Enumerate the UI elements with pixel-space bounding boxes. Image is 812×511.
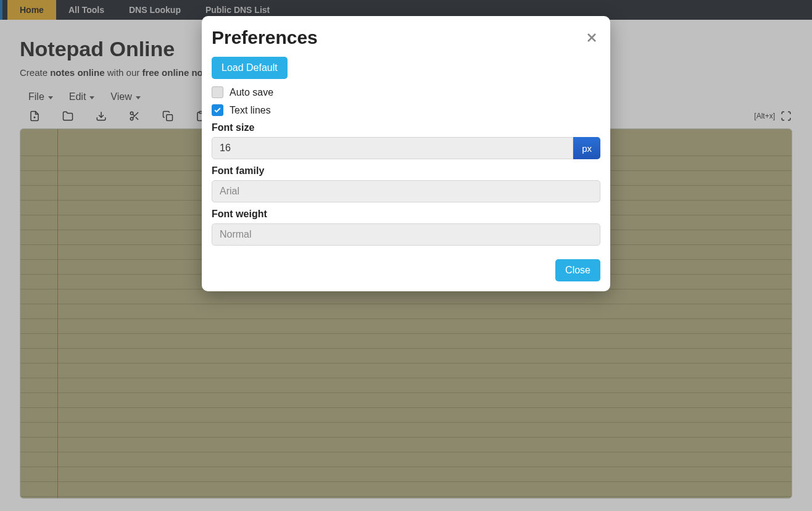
close-icon[interactable] <box>583 29 600 46</box>
text-lines-checkbox[interactable] <box>212 104 223 116</box>
modal-title: Preferences <box>212 27 318 48</box>
preferences-modal: Preferences Load Default Auto save Text … <box>202 16 610 291</box>
font-family-label: Font family <box>212 165 600 177</box>
font-size-label: Font size <box>212 122 600 133</box>
close-button[interactable]: Close <box>555 259 600 281</box>
auto-save-checkbox[interactable] <box>212 86 223 98</box>
text-lines-row[interactable]: Text lines <box>212 104 600 116</box>
load-default-button[interactable]: Load Default <box>212 57 288 79</box>
font-weight-select[interactable]: Normal <box>212 223 600 246</box>
font-weight-label: Font weight <box>212 209 600 220</box>
text-lines-label: Text lines <box>230 105 271 116</box>
font-size-unit: px <box>573 137 600 159</box>
font-size-input[interactable] <box>212 137 573 159</box>
auto-save-row[interactable]: Auto save <box>212 86 600 98</box>
font-family-select[interactable]: Arial <box>212 180 600 202</box>
auto-save-label: Auto save <box>230 87 273 98</box>
